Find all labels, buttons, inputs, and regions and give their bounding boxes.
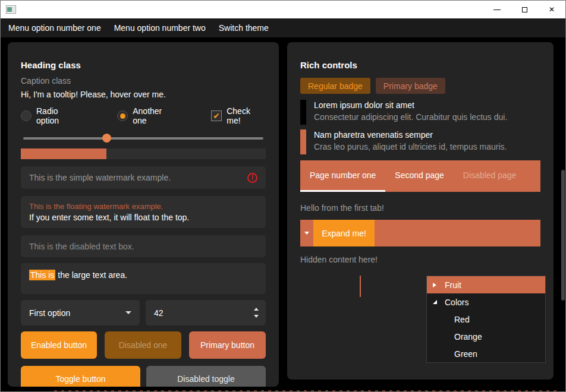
disabled-textbox: This is the disabled text box. <box>21 235 266 257</box>
menu-option-two[interactable]: Menu option number two <box>108 18 212 37</box>
tab-second-page[interactable]: Second page <box>385 160 454 192</box>
primary-button[interactable]: Primary button <box>189 331 266 359</box>
tree-item-red[interactable]: Red <box>427 311 545 328</box>
tree-item-fruit[interactable]: Fruit <box>427 276 545 293</box>
tree-item-orange[interactable]: Orange <box>427 328 545 345</box>
list-item[interactable]: Lorem ipsum dolor sit amet Consectetur a… <box>300 100 540 125</box>
disabled-toggle-button: Disabled toggle <box>146 366 266 387</box>
picker-row: First option 42 <box>21 300 266 325</box>
radio-option-label[interactable]: Radio option <box>36 106 82 125</box>
validation-error-icon: ! <box>247 173 257 183</box>
numeric-value: 42 <box>154 308 163 318</box>
minimize-button[interactable]: — <box>483 1 511 18</box>
app-icon <box>6 5 16 14</box>
menu-bar: Menu option number one Menu option numbe… <box>1 18 565 37</box>
close-button[interactable]: ✕ <box>538 1 565 18</box>
floating-watermark-value: If you enter some text, it will float to… <box>29 213 189 222</box>
list-item-subtitle: Cras leo purus, aliquet id ultricies id,… <box>314 142 507 151</box>
disabled-textbox-text: This is the disabled text box. <box>29 242 134 251</box>
floating-watermark-textbox[interactable]: This is the floating watermark example. … <box>21 196 266 228</box>
expander-chevron-zone[interactable] <box>300 232 313 235</box>
primary-badge: Primary badge <box>376 78 445 94</box>
left-panel-heading: Heading class <box>21 60 266 70</box>
chevron-down-icon <box>125 311 131 314</box>
right-panel-heading: Rich controls <box>300 60 540 70</box>
chevron-down-icon[interactable] <box>254 315 259 318</box>
tree-view: Fruit Colors Red Orange Green <box>426 276 546 363</box>
regular-badge: Regular badge <box>300 78 370 94</box>
tree-item-label: Colors <box>445 298 468 307</box>
toggle-button[interactable]: Toggle button <box>21 366 140 387</box>
list-item[interactable]: Nam pharetra venenatis semper Cras leo p… <box>300 129 540 154</box>
selection-controls-row: Radio option Another one ✔ Check me! <box>21 106 266 125</box>
disabled-button: Disabled one <box>105 331 181 359</box>
expander-arrow[interactable] <box>432 300 445 304</box>
window-scrollbar-thumb[interactable] <box>561 170 565 301</box>
toggle-buttons-row: Toggle button Disabled toggle <box>21 366 266 387</box>
combo-selected-value: First option <box>29 308 70 318</box>
expander-content-text: Hidden content here! <box>300 255 540 264</box>
list-item-title: Nam pharetra venenatis semper <box>314 130 507 140</box>
maximize-button[interactable] <box>511 1 538 18</box>
list-item-title: Lorem ipsum dolor sit amet <box>314 100 507 110</box>
app-window: — ✕ Menu option number one Menu option n… <box>0 0 566 392</box>
list-item-accent-bar <box>300 129 306 154</box>
title-bar: — ✕ <box>1 1 565 18</box>
expander[interactable]: Expand me! <box>300 220 540 246</box>
maximize-icon <box>522 7 527 12</box>
radio-option-unchecked[interactable] <box>21 110 32 121</box>
app-icon-pane <box>12 7 14 12</box>
main-content: Heading class Caption class Hi, I'm a to… <box>1 37 565 392</box>
close-icon: ✕ <box>549 5 555 14</box>
large-text-area[interactable]: This is the large text area. <box>21 263 266 294</box>
clipped-content-edge <box>54 390 561 391</box>
slider-thumb[interactable] <box>102 134 111 143</box>
tree-item-label: Fruit <box>445 280 461 290</box>
expander-header[interactable]: Expand me! <box>313 220 375 246</box>
chevron-up-icon[interactable] <box>254 308 259 311</box>
rich-controls-panel: Rich controls Regular badge Primary badg… <box>287 42 554 380</box>
watermark-text: This is the simple watermark example. <box>29 173 171 182</box>
tree-item-colors[interactable]: Colors <box>427 293 545 311</box>
basic-controls-panel: Heading class Caption class Hi, I'm a to… <box>8 42 279 387</box>
tree-item-green[interactable]: Green <box>427 345 545 362</box>
menu-switch-theme[interactable]: Switch theme <box>212 18 275 37</box>
menu-option-one[interactable]: Menu option number one <box>2 18 108 37</box>
badges-row: Regular badge Primary badge <box>300 78 540 94</box>
text-area-line: This is the large text area. <box>29 270 127 280</box>
slider-track[interactable] <box>23 137 263 140</box>
window-controls: — ✕ <box>483 1 565 18</box>
numeric-updown[interactable]: 42 <box>146 300 266 325</box>
radio-dot <box>120 113 125 119</box>
tree-item-label: Orange <box>454 332 482 342</box>
chevron-down-icon <box>304 232 309 235</box>
slider[interactable] <box>21 134 266 143</box>
enabled-button[interactable]: Enabled button <box>21 331 97 359</box>
numeric-spinner <box>254 308 261 318</box>
tree-zone: Fruit Colors Red Orange Green <box>300 276 540 363</box>
tab-page-one[interactable]: Page number one <box>300 160 385 192</box>
progress-bar-fill <box>21 148 106 159</box>
check-icon: ✔ <box>213 111 220 121</box>
app-icon-pane <box>7 7 12 12</box>
buttons-row: Enabled button Disabled one Primary butt… <box>21 331 266 359</box>
list-item-subtitle: Consectetur adipiscing elit. Curabitur q… <box>314 112 507 122</box>
list-item-text: Nam pharetra venenatis semper Cras leo p… <box>314 129 507 154</box>
checkbox-label[interactable]: Check me! <box>227 106 266 125</box>
tab-content-text: Hello from the first tab! <box>300 203 540 213</box>
tooltip-target-text: Hi, I'm a tooltip! Please, hover over me… <box>21 90 266 99</box>
checkbox-checked[interactable]: ✔ <box>211 110 222 121</box>
caption-text: Caption class <box>21 76 266 86</box>
triangle-expanded-icon <box>433 300 437 304</box>
tree-item-label: Red <box>454 315 470 324</box>
tab-disabled-page: Disabled page <box>454 160 526 192</box>
triangle-right-icon <box>433 283 436 287</box>
unselected-text: the large text area. <box>55 270 127 280</box>
radio-option-checked[interactable] <box>117 110 128 121</box>
expander-arrow[interactable] <box>432 283 445 287</box>
simple-watermark-textbox[interactable]: This is the simple watermark example. ! <box>21 166 266 189</box>
tree-item-label: Green <box>454 349 477 359</box>
floating-watermark-label: This is the floating watermark example. <box>29 202 163 211</box>
radio-another-label[interactable]: Another one <box>133 106 177 125</box>
combo-box[interactable]: First option <box>21 300 140 325</box>
